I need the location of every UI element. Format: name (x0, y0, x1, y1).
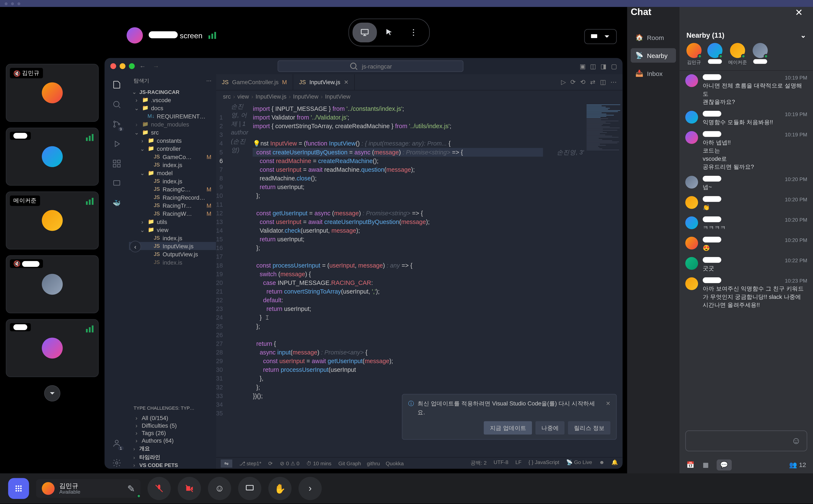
update-now-button[interactable]: 지금 업데이트 (484, 421, 532, 434)
tree-item[interactable]: JSindex.is (129, 258, 216, 266)
tree-item[interactable]: ›📁constants (129, 136, 216, 144)
gear-icon[interactable] (111, 457, 122, 469)
status-item[interactable]: LF (515, 459, 521, 467)
editor-tab[interactable]: JSInputView.js✕ (293, 74, 355, 90)
extensions-icon[interactable] (111, 158, 122, 169)
emoji-icon[interactable]: ☺ (791, 436, 801, 446)
status-item[interactable]: Quokka (386, 460, 404, 466)
debug-icon[interactable] (111, 138, 122, 150)
tree-item[interactable]: JSInputView.js (129, 242, 216, 250)
tree-item[interactable]: ›📁.vscode (129, 96, 216, 104)
split-icon[interactable]: ◫ (600, 78, 606, 86)
edit-icon[interactable]: ✎ (127, 483, 135, 494)
timer-indicator[interactable]: ⏱ 10 mins (306, 460, 331, 466)
chevron-down-icon[interactable]: ⌄ (800, 31, 806, 39)
participant-card[interactable]: 🔇김민규 (6, 64, 99, 122)
nearby-avatar[interactable] (753, 43, 768, 66)
problems-indicator[interactable]: ⊘ 0 ⚠ 0 (280, 460, 299, 466)
layout-icon[interactable]: ▣ (580, 62, 585, 70)
section-header[interactable]: ›개요 (129, 444, 216, 453)
chat-tab-inbox[interactable]: 📥Inbox (631, 66, 676, 81)
cursor-icon[interactable] (377, 23, 401, 42)
search-icon[interactable] (111, 99, 122, 110)
mic-muted-icon[interactable] (147, 477, 171, 500)
reactions-icon[interactable]: ☺ (208, 477, 231, 500)
status-item[interactable]: { } JavaScript (528, 459, 559, 467)
more-icon[interactable] (401, 23, 426, 42)
nearby-avatar[interactable]: 김민규 (686, 43, 702, 66)
participant-card[interactable] (6, 319, 99, 377)
bell-icon[interactable]: 🔔 (612, 459, 618, 467)
tree-item[interactable]: JSRacingW…M (129, 209, 216, 217)
layout-dropdown[interactable] (584, 29, 617, 44)
compare-icon[interactable]: ⇄ (590, 78, 595, 86)
chat-tab-nearby[interactable]: 📡Nearby (631, 48, 676, 63)
run-icon[interactable]: ▷ (561, 78, 566, 86)
raise-hand-icon[interactable]: ✋ (268, 477, 292, 500)
tree-item[interactable]: M↓REQUIREMENT… (129, 112, 216, 120)
status-item[interactable]: githru (367, 460, 380, 466)
participant-card[interactable] (6, 128, 99, 185)
nearby-avatar[interactable] (707, 43, 722, 66)
tree-item[interactable]: ›📁node_modules (129, 120, 216, 128)
tree-item[interactable]: ⌄📁view (129, 226, 216, 234)
status-item[interactable]: UTF-8 (493, 459, 508, 467)
breadcrumb[interactable]: InputView (293, 93, 318, 99)
docker-icon[interactable]: 🐳 (111, 197, 122, 209)
tree-item[interactable]: JSRacingTr…M (129, 201, 216, 209)
next-icon[interactable]: › (299, 477, 322, 500)
tree-item[interactable]: JSindex.js (129, 161, 216, 169)
participant-card[interactable]: 메이커준 (6, 191, 99, 249)
history-icon[interactable]: ⟲ (580, 78, 585, 86)
refresh-icon[interactable]: ⟳ (570, 78, 576, 86)
editor-tab[interactable]: JSGameController.jsM (216, 74, 293, 90)
nav-forward-icon[interactable]: → (153, 63, 159, 70)
breadcrumb[interactable]: InputView.js (256, 93, 287, 99)
go-live-button[interactable]: 📡 Go Live (566, 459, 592, 467)
tree-item[interactable]: JSRacingC…M (129, 185, 216, 193)
screen-icon[interactable] (353, 23, 377, 42)
chat-tab-room[interactable]: 🏠Room (631, 30, 676, 45)
chat-input[interactable]: ☺ (685, 430, 807, 451)
tree-item[interactable]: JSGameCo…M (129, 152, 216, 161)
release-notes-button[interactable]: 릴리스 정보 (568, 421, 611, 434)
more-icon[interactable]: ⋯ (206, 78, 212, 84)
tree-item[interactable]: ›📁utils (129, 218, 216, 226)
layout-icon[interactable]: ▢ (611, 62, 617, 70)
app-grid-icon[interactable] (8, 478, 29, 499)
breadcrumb[interactable]: src (223, 93, 231, 99)
layout-icon[interactable]: ◫ (590, 62, 596, 70)
people-count[interactable]: 👥 12 (789, 461, 806, 468)
close-icon[interactable]: ✕ (795, 7, 803, 18)
later-button[interactable]: 나중에 (536, 421, 565, 434)
screenshare-icon[interactable] (238, 477, 262, 500)
layout-icon[interactable]: ◨ (600, 62, 606, 70)
status-item[interactable]: 공백: 2 (470, 459, 487, 467)
explorer-icon[interactable] (111, 79, 122, 91)
scm-icon[interactable]: 9 (111, 118, 122, 130)
status-item[interactable]: Git Graph (338, 460, 361, 466)
section-header[interactable]: ›VS CODE PETS (129, 462, 216, 469)
user-profile[interactable]: 김민규Available ✎ (36, 479, 140, 498)
collapse-sidebar-icon[interactable]: ‹ (129, 241, 141, 252)
sync-icon[interactable]: ⟳ (268, 460, 273, 466)
nearby-avatar[interactable]: 메이커준 (728, 43, 747, 66)
camera-off-icon[interactable] (177, 477, 201, 500)
account-icon[interactable]: 1 (111, 437, 122, 449)
tree-item[interactable]: ⌄📁model (129, 169, 216, 177)
more-icon[interactable]: ⋯ (611, 78, 617, 86)
tree-item[interactable]: ⌄📁src (129, 128, 216, 136)
tree-item[interactable]: JSRacingRecord… (129, 193, 216, 201)
nav-back-icon[interactable]: ← (139, 63, 146, 70)
close-icon[interactable]: ✕ (606, 399, 611, 408)
remote-indicator[interactable]: ⇋ (221, 459, 232, 467)
remote-icon[interactable] (111, 177, 122, 189)
tree-item[interactable]: JSindex.js (129, 177, 216, 185)
feedback-icon[interactable]: ☻ (599, 459, 604, 467)
tree-item[interactable]: ›All (0/154) (131, 414, 214, 422)
tree-item[interactable]: ⌄📁controller (129, 144, 216, 152)
calendar-icon[interactable]: 📅 (686, 461, 695, 468)
tree-item[interactable]: ›Authors (64) (131, 437, 214, 444)
tree-item[interactable]: ›Difficulties (5) (131, 422, 214, 429)
breadcrumb[interactable]: InputView (325, 93, 350, 99)
